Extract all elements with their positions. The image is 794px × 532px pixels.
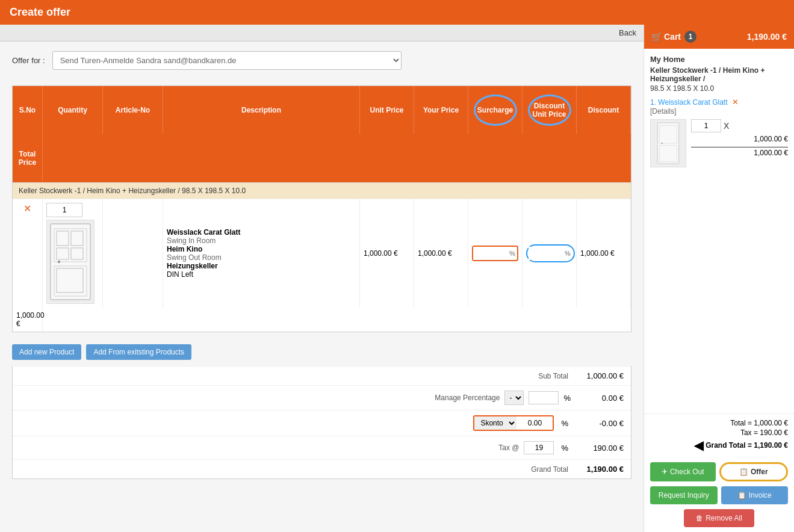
back-bar: Back <box>0 25 644 42</box>
manage-pct-row: Manage Percentage - % 0.00 € <box>13 385 631 410</box>
delete-row-button[interactable]: ✕ <box>23 203 31 214</box>
swing-in-room: Heim Kino <box>167 245 202 253</box>
din-label: DIN Left <box>167 270 193 279</box>
surcharge-cell: % <box>468 199 523 308</box>
surcharge-input[interactable] <box>473 247 509 260</box>
cart-grand-value: Grand Total = 1,190.00 € <box>706 441 788 450</box>
cart-price-1: 1,000.00 € <box>691 135 788 143</box>
cart-location: Keller Stockwerk -1 / Heim Kino + Heizun… <box>650 66 788 83</box>
tax-input[interactable] <box>524 441 554 454</box>
qty-cell <box>43 199 103 308</box>
cart-price-2: 1,000.00 € <box>691 147 788 157</box>
sub-total-label: Sub Total <box>538 372 568 380</box>
manage-pct-input[interactable] <box>529 391 559 404</box>
col-article: Article-No <box>103 86 163 134</box>
tax-row: Tax @ % 190.00 € <box>13 436 631 459</box>
your-price-value: 1,000.00 € <box>418 249 452 258</box>
remove-all-row: 🗑 Remove All <box>650 509 788 527</box>
product-table: S.No Quantity Article-No Description Uni… <box>12 85 631 332</box>
invoice-label: Invoice <box>749 491 772 500</box>
checkout-label: Check Out <box>670 468 704 476</box>
checkout-offer-row: ✈ Check Out 📋 Offer <box>650 462 788 481</box>
cart-title-area: 🛒 Cart 1 <box>651 31 700 43</box>
section-label: Keller Stockwerk -1 / Heim Kino + Heizun… <box>19 187 246 195</box>
discount-cell: 1,000.00 € <box>577 199 631 308</box>
discount-value: 1,000.00 € <box>580 249 615 258</box>
product-name: Weisslack Carat Glatt <box>167 228 241 237</box>
cart-product-item: 1. Weisslack Carat Glatt ✕ [Details] <box>650 97 788 167</box>
request-invoice-row: Request Inquiry 📋 Invoice <box>650 486 788 504</box>
discount-unit-input[interactable] <box>529 247 565 260</box>
skonto-result: -0.00 € <box>575 419 624 428</box>
trash-icon: 🗑 <box>696 514 703 522</box>
cart-total-header: 1,190.00 € <box>747 32 787 42</box>
skonto-select[interactable]: Skonto <box>474 416 516 430</box>
product-image <box>46 220 95 304</box>
desc-cell: Weisslack Carat Glatt Swing In Room Heim… <box>163 199 360 308</box>
cart-panel: 🛒 Cart 1 1,190.00 € My Home Keller Stock… <box>644 25 794 532</box>
manage-pct-symbol: % <box>563 394 571 403</box>
cart-icon: 🛒 <box>651 32 662 42</box>
cart-details-link[interactable]: [Details] <box>650 107 676 116</box>
cart-body: My Home Keller Stockwerk -1 / Heim Kino … <box>644 49 794 413</box>
discount-unit-cell: % <box>523 199 577 308</box>
swing-in-label: Swing In Room <box>167 237 216 245</box>
totals-section: Sub Total 1,000.00 € Manage Percentage -… <box>12 366 631 479</box>
your-price-cell: 1,000.00 € <box>414 199 468 308</box>
tax-pct: % <box>559 444 571 453</box>
cart-qty-x[interactable]: X <box>724 121 729 131</box>
cart-totals: Total = 1,000.00 € Tax = 190.00 € ◀ Gran… <box>644 413 794 457</box>
surcharge-input-wrap: % <box>472 246 518 261</box>
tax-label: Tax @ <box>498 444 519 452</box>
discount-unit-input-wrap: % <box>526 244 575 262</box>
cart-actions: ✈ Check Out 📋 Offer Request Inquiry 📋 In… <box>644 457 794 532</box>
cart-arrow-icon: ◀ <box>694 438 703 453</box>
col-sno: S.No <box>13 86 43 134</box>
manage-pct-select[interactable]: - <box>504 391 524 405</box>
cart-remove-icon[interactable]: ✕ <box>732 97 739 107</box>
manage-result: 0.00 € <box>575 394 624 403</box>
cart-qty-input[interactable] <box>691 119 721 132</box>
grand-total-value: 1,190.00 € <box>575 465 624 474</box>
section-row: Keller Stockwerk -1 / Heim Kino + Heizun… <box>13 182 631 199</box>
grand-total-label: Grand Total <box>531 465 568 474</box>
surcharge-pct: % <box>509 250 517 257</box>
add-product-buttons: Add new Product Add From exitsting Produ… <box>0 338 644 366</box>
offer-icon: 📋 <box>739 468 748 476</box>
cart-total-line: Total = 1,000.00 € <box>650 419 788 427</box>
quantity-input[interactable] <box>46 203 82 217</box>
offer-for-label: Offer for : <box>12 56 45 65</box>
swing-out-room: Heizungskeller <box>167 262 218 270</box>
remove-all-label: Remove All <box>706 514 742 522</box>
add-new-product-button[interactable]: Add new Product <box>12 344 81 360</box>
sub-total-row: Sub Total 1,000.00 € <box>13 366 631 385</box>
swing-out-label: Swing Out Room <box>167 253 222 262</box>
cart-label: Cart <box>664 32 681 42</box>
offer-for-row: Offer for : Send Turen-Anmelde Sandra sa… <box>0 42 644 79</box>
invoice-button[interactable]: 📋 Invoice <box>721 486 789 504</box>
checkout-icon: ✈ <box>662 468 668 476</box>
left-panel: Back Offer for : Send Turen-Anmelde Sand… <box>0 25 644 532</box>
request-inquiry-button[interactable]: Request Inquiry <box>650 486 718 504</box>
cart-product-link[interactable]: 1. Weisslack Carat Glatt <box>650 98 727 107</box>
table-row: ✕ <box>13 199 631 332</box>
col-discount: Discount <box>577 86 631 134</box>
col-unit-price: Unit Price <box>360 86 414 134</box>
remove-all-button[interactable]: 🗑 Remove All <box>684 509 754 527</box>
offer-button[interactable]: 📋 Offer <box>719 462 789 481</box>
cart-qty-area: X 1,000.00 € 1,000.00 € <box>691 119 788 157</box>
cart-qty-row: X <box>691 119 788 132</box>
unit-price-value: 1,000.00 € <box>364 249 398 258</box>
skonto-wrap: Skonto <box>473 415 554 431</box>
offer-for-select[interactable]: Send Turen-Anmelde Sandra sand@bandkaren… <box>52 51 402 70</box>
col-discount-unit: Discount Unit Price <box>523 86 577 134</box>
col-quantity: Quantity <box>43 86 103 134</box>
offer-label: Offer <box>751 468 768 476</box>
add-existing-product-button[interactable]: Add From exitsting Products <box>86 344 191 360</box>
back-link[interactable]: Back <box>619 28 636 37</box>
skonto-input[interactable] <box>516 416 553 430</box>
page-header: Create offer <box>0 0 794 25</box>
checkout-button[interactable]: ✈ Check Out <box>650 462 716 481</box>
col-description: Description <box>163 86 360 134</box>
table-header: S.No Quantity Article-No Description Uni… <box>13 86 631 182</box>
